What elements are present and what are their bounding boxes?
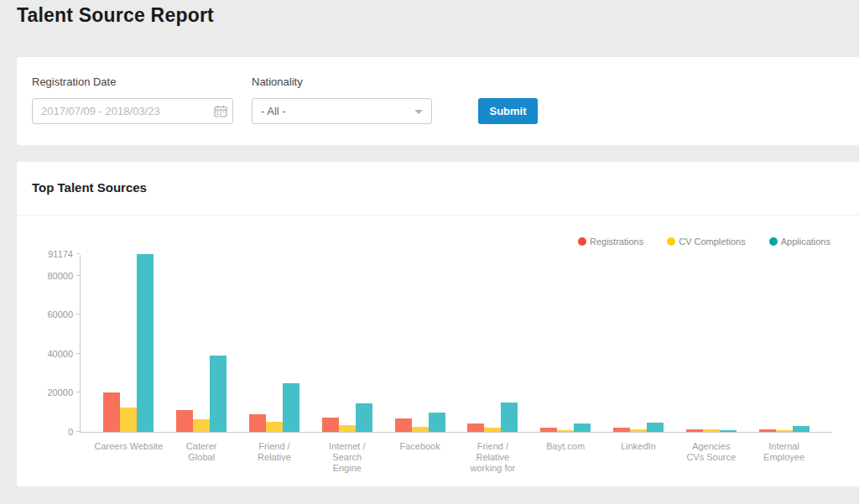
chart-area: RegistrationsCV CompletionsApplications … xyxy=(32,226,844,478)
bar-registrations[interactable] xyxy=(686,429,703,432)
registration-date-input[interactable] xyxy=(32,98,233,124)
bar-applications[interactable] xyxy=(574,423,591,432)
page-title: Talent Source Report xyxy=(17,4,214,27)
bar-group-bayt-com: Bayt.com xyxy=(529,255,602,432)
y-tick-mark xyxy=(76,275,80,276)
y-tick-mark xyxy=(76,353,80,354)
legend-dot-icon xyxy=(769,237,778,246)
legend-item-registrations[interactable]: Registrations xyxy=(578,236,643,247)
filter-panel: Registration Date Nationality - All - Su… xyxy=(17,57,859,145)
bar-applications[interactable] xyxy=(501,403,518,432)
x-axis-label: InternalEmployee xyxy=(734,441,834,463)
bar-registrations[interactable] xyxy=(540,428,557,432)
legend-label: Registrations xyxy=(590,236,643,247)
bar-registrations[interactable] xyxy=(759,429,776,432)
bar-cv-completions[interactable] xyxy=(703,429,720,432)
bar-cv-completions[interactable] xyxy=(339,425,356,432)
bar-cv-completions[interactable] xyxy=(412,427,429,432)
legend-item-applications[interactable]: Applications xyxy=(769,236,830,247)
bar-registrations[interactable] xyxy=(176,410,193,432)
bar-applications[interactable] xyxy=(137,254,154,432)
nationality-select[interactable]: - All - xyxy=(252,98,432,124)
y-tick-mark xyxy=(76,253,80,254)
bar-group-friend-relative: Friend /Relative xyxy=(238,255,311,432)
bar-registrations[interactable] xyxy=(395,418,412,432)
bar-group-internal-employee: InternalEmployee xyxy=(747,255,820,432)
bar-cv-completions[interactable] xyxy=(193,419,210,432)
page-background: { "page": { "title": "Talent Source Repo… xyxy=(0,0,859,504)
legend-dot-icon xyxy=(667,237,675,246)
registration-date-label: Registration Date xyxy=(32,75,116,88)
submit-button[interactable]: Submit xyxy=(478,98,538,124)
bar-registrations[interactable] xyxy=(613,428,630,432)
y-tick-label: 20000 xyxy=(47,387,73,397)
bar-registrations[interactable] xyxy=(322,418,339,432)
y-tick-label: 80000 xyxy=(47,271,73,281)
y-tick-label: 60000 xyxy=(47,309,73,320)
bar-cv-completions[interactable] xyxy=(120,408,137,432)
legend-label: CV Completions xyxy=(679,236,745,247)
bar-cv-completions[interactable] xyxy=(557,430,574,432)
bar-cv-completions[interactable] xyxy=(630,429,647,432)
chart-plot: 02000040000600008000091174Careers Websit… xyxy=(80,255,832,433)
bar-registrations[interactable] xyxy=(103,392,120,432)
bar-group-caterer-global: CatererGlobal xyxy=(165,255,238,432)
y-tick-label: 40000 xyxy=(47,349,73,359)
y-tick-mark xyxy=(76,314,80,314)
bar-group-careers-website: Careers Website xyxy=(92,255,165,432)
bar-applications[interactable] xyxy=(210,356,226,432)
bar-group-agencies-cvs-source: AgenciesCVs Source xyxy=(674,255,747,432)
bar-registrations[interactable] xyxy=(467,423,484,432)
bar-cv-completions[interactable] xyxy=(484,428,501,432)
chart-panel: Top Talent Sources RegistrationsCV Compl… xyxy=(17,162,859,486)
legend-dot-icon xyxy=(578,237,586,246)
chevron-down-icon xyxy=(414,110,423,114)
bar-group-facebook: Facebook xyxy=(383,255,456,432)
chart-title: Top Talent Sources xyxy=(32,180,147,195)
bar-applications[interactable] xyxy=(283,383,299,432)
bar-applications[interactable] xyxy=(793,426,810,432)
y-tick-label: 0 xyxy=(68,427,73,437)
y-tick-label: 91174 xyxy=(48,249,73,259)
legend-item-cv-completions[interactable]: CV Completions xyxy=(667,236,745,247)
bar-applications[interactable] xyxy=(647,423,664,432)
bar-applications[interactable] xyxy=(720,430,737,432)
y-tick-mark xyxy=(76,431,80,432)
chart-legend: RegistrationsCV CompletionsApplications xyxy=(578,236,830,247)
bar-applications[interactable] xyxy=(429,413,445,432)
bar-group-internet-search-engine: Internet /SearchEngine xyxy=(310,255,383,432)
nationality-selected-value: - All - xyxy=(261,105,286,117)
bar-cv-completions[interactable] xyxy=(266,422,283,432)
panel-divider xyxy=(17,215,859,216)
bar-group-friend-relative-working-for: Friend /Relativeworking for xyxy=(456,255,529,432)
bar-applications[interactable] xyxy=(356,403,372,432)
y-tick-mark xyxy=(76,392,80,392)
bar-registrations[interactable] xyxy=(249,414,266,432)
bar-group-linkedin: LinkedIn xyxy=(602,255,675,432)
legend-label: Applications xyxy=(781,236,830,247)
bar-cv-completions[interactable] xyxy=(776,430,793,432)
nationality-label: Nationality xyxy=(252,75,303,88)
